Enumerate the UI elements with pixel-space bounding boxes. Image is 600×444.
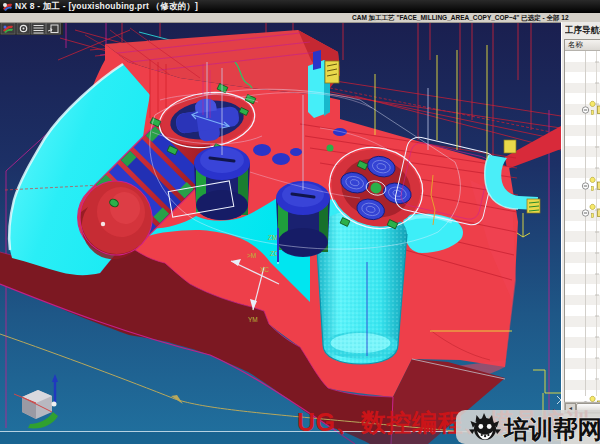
svg-text:ZM: ZM: [268, 234, 277, 241]
svg-text:YM: YM: [248, 316, 258, 323]
svg-text:>M: >M: [247, 252, 256, 259]
svg-text:培训帮网: 培训帮网: [502, 415, 600, 443]
svg-text:XC: XC: [260, 266, 269, 273]
